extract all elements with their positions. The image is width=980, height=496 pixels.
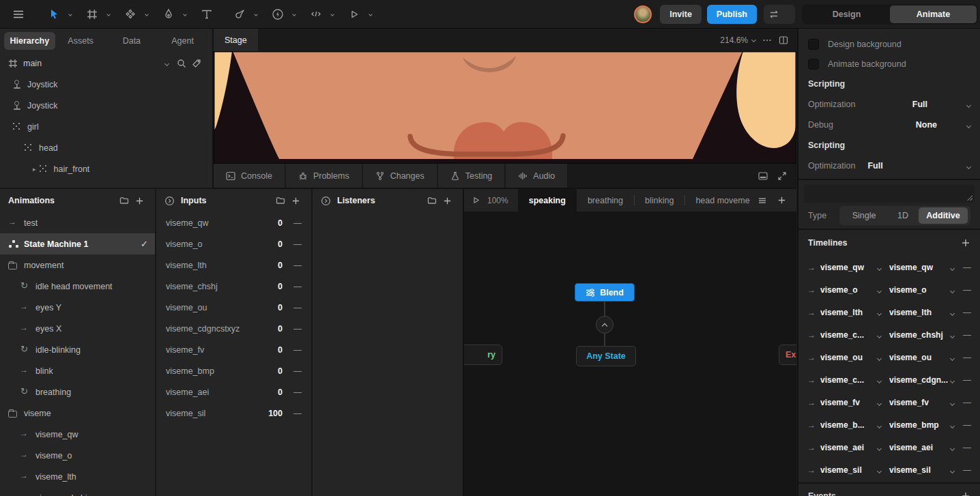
- remove-binding-icon[interactable]: [293, 324, 302, 334]
- timeline-input[interactable]: viseme_chshj: [889, 330, 943, 340]
- animation-item[interactable]: State Machine 1 ✓: [0, 233, 155, 254]
- animation-item[interactable]: test: [0, 212, 155, 233]
- remove-timeline-icon[interactable]: [963, 285, 971, 295]
- play-tool-icon[interactable]: [344, 4, 364, 25]
- tree-item[interactable]: girl: [0, 116, 212, 137]
- comet-tool-dropdown[interactable]: [251, 4, 261, 25]
- timeline-row[interactable]: → viseme_fv viseme_fv: [798, 391, 980, 413]
- timeline-animation-dropdown[interactable]: [878, 353, 881, 362]
- remove-binding-icon[interactable]: [293, 366, 302, 376]
- input-value[interactable]: 0: [278, 324, 283, 334]
- resize-handle-icon[interactable]: [967, 195, 972, 201]
- input-row[interactable]: viseme_o 0: [156, 233, 311, 254]
- input-value[interactable]: 0: [278, 388, 283, 397]
- input-value[interactable]: 100: [268, 409, 283, 418]
- remove-timeline-icon[interactable]: [963, 398, 971, 407]
- timeline-input[interactable]: viseme_fv: [889, 398, 929, 407]
- pen-tool-icon[interactable]: [158, 4, 179, 25]
- timeline-input[interactable]: viseme_o: [889, 285, 927, 295]
- artboard-tool-dropdown[interactable]: [104, 4, 113, 25]
- timeline-row[interactable]: → viseme_lth viseme_lth: [798, 301, 980, 323]
- tab-data[interactable]: Data: [106, 32, 158, 50]
- animation-item[interactable]: blink: [0, 360, 155, 381]
- timeline-row[interactable]: → viseme_c... viseme_cdgn...: [798, 368, 980, 391]
- input-row[interactable]: viseme_ou 0: [156, 297, 311, 318]
- optimization-value[interactable]: Full: [912, 100, 927, 109]
- publish-button[interactable]: Publish: [707, 5, 757, 24]
- debug-value[interactable]: None: [916, 120, 937, 130]
- input-row[interactable]: viseme_fv 0: [156, 339, 311, 360]
- timeline-animation-dropdown[interactable]: [878, 398, 881, 407]
- play-tool-dropdown[interactable]: [366, 4, 375, 25]
- animation-item[interactable]: viseme_lth: [0, 466, 155, 487]
- new-folder-icon[interactable]: [117, 193, 132, 208]
- any-state-node[interactable]: Any State: [576, 346, 636, 366]
- remove-timeline-icon[interactable]: [963, 308, 971, 317]
- zoom-control[interactable]: 214.6%: [720, 35, 755, 45]
- inputs-folder-icon[interactable]: [273, 193, 288, 208]
- timeline-row[interactable]: → viseme_sil viseme_sil: [798, 458, 980, 481]
- timeline-row[interactable]: → viseme_o viseme_o: [798, 278, 980, 301]
- animation-item[interactable]: breathing: [0, 381, 155, 403]
- input-row[interactable]: viseme_aei 0: [156, 381, 311, 403]
- timeline-animation[interactable]: viseme_fv: [820, 398, 878, 407]
- timeline-animation-dropdown[interactable]: [878, 308, 881, 317]
- input-value[interactable]: 0: [278, 239, 283, 249]
- timeline-animation[interactable]: viseme_o: [820, 285, 878, 295]
- timeline-animation[interactable]: viseme_aei: [820, 443, 878, 452]
- graph-canvas[interactable]: Blend Any State ry Ex: [464, 211, 796, 496]
- timeline-row[interactable]: → viseme_c... viseme_chshj: [798, 323, 980, 346]
- avatar[interactable]: [634, 5, 652, 23]
- timeline-animation-dropdown[interactable]: [878, 285, 881, 295]
- timeline-animation-dropdown[interactable]: [878, 420, 881, 430]
- graph-play-icon[interactable]: [464, 195, 487, 205]
- timeline-animation[interactable]: viseme_qw: [820, 263, 878, 272]
- type-option-single[interactable]: Single: [841, 207, 887, 224]
- animation-item[interactable]: idle-blinking: [0, 339, 155, 360]
- input-value[interactable]: 0: [278, 366, 283, 376]
- select-tool-icon[interactable]: [44, 4, 64, 25]
- input-value[interactable]: 0: [278, 282, 283, 291]
- input-row[interactable]: viseme_cdgncstxyz 0: [156, 318, 311, 339]
- tree-item[interactable]: ▸ hair_front: [0, 158, 212, 179]
- collapse-inputs-icon[interactable]: [164, 196, 175, 206]
- script-field[interactable]: [804, 185, 975, 203]
- tab-audio[interactable]: Audio: [506, 164, 567, 188]
- tab-assets[interactable]: Assets: [55, 32, 106, 50]
- timeline-animation-dropdown[interactable]: [878, 263, 881, 272]
- animate-background-checkbox[interactable]: [808, 59, 819, 70]
- stage-canvas[interactable]: [214, 51, 796, 164]
- shapes-tool-dropdown[interactable]: [142, 4, 152, 25]
- optimization2-dropdown-icon[interactable]: [967, 161, 970, 171]
- expander-icon[interactable]: ▸: [33, 166, 36, 173]
- animation-item[interactable]: viseme: [0, 403, 155, 424]
- timeline-input-dropdown[interactable]: [951, 330, 954, 340]
- animation-item[interactable]: viseme_o: [0, 445, 155, 466]
- timeline-input-dropdown[interactable]: [951, 420, 954, 430]
- timeline-input-dropdown[interactable]: [951, 353, 954, 362]
- tab-problems[interactable]: Problems: [286, 164, 362, 188]
- timeline-animation[interactable]: viseme_c...: [820, 330, 878, 340]
- invite-button[interactable]: Invite: [660, 5, 702, 24]
- tab-design[interactable]: Design: [803, 5, 890, 23]
- timeline-animation[interactable]: viseme_b...: [820, 420, 878, 430]
- tab-stage[interactable]: Stage: [214, 29, 258, 51]
- remove-timeline-icon[interactable]: [963, 465, 971, 475]
- timeline-input[interactable]: viseme_sil: [889, 465, 931, 475]
- remove-timeline-icon[interactable]: [963, 420, 971, 430]
- timeline-row[interactable]: → viseme_qw viseme_qw: [798, 256, 980, 278]
- remove-binding-icon[interactable]: [293, 388, 302, 397]
- timeline-input-dropdown[interactable]: [951, 465, 954, 475]
- remove-timeline-icon[interactable]: [963, 353, 971, 362]
- remove-binding-icon[interactable]: [293, 282, 302, 291]
- tab-console[interactable]: Console: [214, 164, 285, 188]
- tab-testing[interactable]: Testing: [438, 164, 505, 188]
- artboard-dropdown[interactable]: [159, 56, 174, 71]
- timeline-input[interactable]: viseme_qw: [889, 263, 933, 272]
- input-row[interactable]: viseme_chshj 0: [156, 276, 311, 297]
- animation-item[interactable]: viseme_qw: [0, 424, 155, 445]
- dock-panel-icon[interactable]: [758, 171, 768, 181]
- sync-toggle-button[interactable]: [764, 5, 795, 24]
- remove-timeline-icon[interactable]: [963, 375, 971, 385]
- text-tool-icon[interactable]: [197, 4, 217, 25]
